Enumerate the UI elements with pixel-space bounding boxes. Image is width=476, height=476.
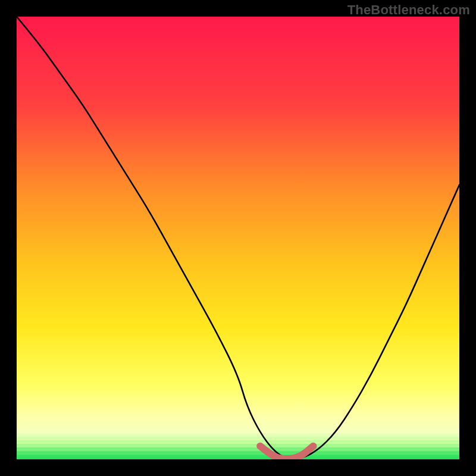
watermark-text: TheBottleneck.com	[347, 2, 470, 18]
flat-bottom-overlay	[17, 17, 459, 459]
chart-frame: TheBottleneck.com	[0, 0, 476, 476]
plot-area	[17, 17, 459, 459]
